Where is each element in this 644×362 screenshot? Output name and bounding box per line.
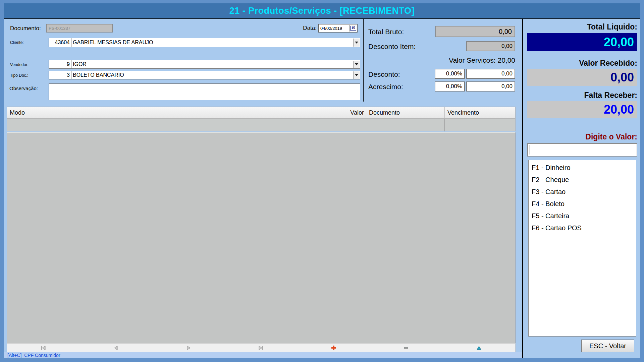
db-navigator xyxy=(7,343,516,352)
documento-label: Documento: xyxy=(10,25,41,32)
desconto-pct-value: 0,00% xyxy=(446,70,464,77)
cliente-code-field[interactable]: 43604 xyxy=(49,38,71,47)
falta-receber-value: 20,00 xyxy=(604,103,634,117)
vendedor-label: Vendedor: xyxy=(10,62,29,67)
page-title: 21 - Produtos/Serviços - [RECEBIMENTO] xyxy=(229,6,415,16)
cliente-label: Cliente: xyxy=(10,40,24,45)
list-item-f3-cartao[interactable]: F3 - Cartao xyxy=(529,186,636,198)
desconto-item-value: 0,00 xyxy=(501,43,515,50)
text-caret-icon xyxy=(530,145,530,155)
acrescimo-label: Acrescimo: xyxy=(368,83,403,91)
status-bar: [Alt+C] CPF Consumidor xyxy=(4,352,522,358)
chevron-down-icon xyxy=(355,42,358,44)
nav-first-icon xyxy=(41,346,46,350)
valor-recebido-value: 0,00 xyxy=(610,70,634,84)
tipo-doc-code-field[interactable]: 3 xyxy=(49,71,71,79)
vendedor-dropdown-button[interactable] xyxy=(353,61,360,68)
column-header-documento[interactable]: Documento xyxy=(366,107,444,118)
total-bruto-label: Total Bruto: xyxy=(368,28,404,36)
grid-empty-area xyxy=(7,132,516,343)
desconto-item-label: Desconto Item: xyxy=(368,43,416,51)
divider-totals-summary xyxy=(522,19,523,358)
desconto-item-field: 0,00 xyxy=(466,41,515,51)
desconto-valor-field[interactable]: 0,00 xyxy=(466,69,515,79)
column-header-modo[interactable]: Modo xyxy=(7,107,285,118)
nav-next-button[interactable] xyxy=(152,344,225,352)
list-item-f5-carteira[interactable]: F5 - Carteira xyxy=(529,210,636,222)
acrescimo-valor-field[interactable]: 0,00 xyxy=(466,81,515,92)
nav-first-button[interactable] xyxy=(7,344,79,352)
nav-prior-button[interactable] xyxy=(79,344,152,352)
desconto-pct-field[interactable]: 0,00% xyxy=(435,69,465,79)
cliente-code-value: 43604 xyxy=(55,40,70,46)
total-liquido-label: Total Liquido: xyxy=(527,22,637,32)
total-bruto-value: 0,00 xyxy=(499,28,515,36)
vendedor-name-value: IGOR xyxy=(73,61,87,67)
cliente-name-value: GABRIEL MESSIAS DE ARAUJO xyxy=(73,40,153,46)
list-item-f1-dinheiro[interactable]: F1 - Dinheiro xyxy=(529,162,636,174)
valor-servicos-text: Valor Serviços: 20,00 xyxy=(368,56,515,64)
observacao-label: Observação: xyxy=(9,85,38,91)
calendar-button[interactable]: 15 xyxy=(350,25,357,32)
cell-valor xyxy=(285,119,366,131)
chevron-down-icon xyxy=(355,63,358,65)
table-row[interactable] xyxy=(7,119,516,131)
desconto-label: Desconto: xyxy=(368,70,400,78)
nav-delete-button[interactable] xyxy=(370,344,442,352)
data-field[interactable]: 04/02/2019 15 xyxy=(318,24,358,33)
valor-recebido-bar: 0,00 xyxy=(527,69,637,86)
nav-last-button[interactable] xyxy=(225,344,297,352)
digite-valor-label: Digite o Valor: xyxy=(527,132,637,141)
digite-valor-input[interactable] xyxy=(527,143,637,157)
tipo-doc-dropdown-button[interactable] xyxy=(353,71,360,79)
vendedor-code-field[interactable]: 9 xyxy=(49,60,71,69)
esc-voltar-button[interactable]: ESC - Voltar xyxy=(581,340,634,352)
payment-modes-list[interactable]: F1 - Dinheiro F2 - Cheque F3 - Cartao F4… xyxy=(528,160,636,337)
total-liquido-value: 20,00 xyxy=(604,35,634,49)
acrescimo-pct-field[interactable]: 0,00% xyxy=(435,81,465,92)
list-item-f4-boleto[interactable]: F4 - Boleto xyxy=(529,198,636,210)
title-bar: 21 - Produtos/Serviços - [RECEBIMENTO] xyxy=(4,3,640,18)
list-item-f6-cartao-pos[interactable]: F6 - Cartao POS xyxy=(529,222,636,234)
cliente-dropdown-button[interactable] xyxy=(353,39,360,47)
documento-field: PS-001337 xyxy=(46,24,113,33)
valor-recebido-label: Valor Recebido: xyxy=(527,59,637,68)
total-liquido-bar: 20,00 xyxy=(527,33,637,51)
observacao-input[interactable] xyxy=(49,83,360,100)
vendedor-code-value: 9 xyxy=(67,61,70,67)
minus-icon xyxy=(404,347,409,349)
status-hint: [Alt+C] CPF Consumidor xyxy=(4,353,60,358)
nav-prior-icon xyxy=(114,346,118,350)
nav-insert-button[interactable] xyxy=(298,344,370,352)
cell-vencimento xyxy=(444,119,515,131)
column-header-vencimento[interactable]: Vencimento xyxy=(444,107,515,118)
list-item-f2-cheque[interactable]: F2 - Cheque xyxy=(529,174,636,186)
column-header-valor[interactable]: Valor xyxy=(285,107,366,118)
grid-header: Modo Valor Documento Vencimento xyxy=(7,107,516,119)
total-bruto-field: 0,00 xyxy=(435,26,515,37)
chevron-down-icon xyxy=(355,74,358,76)
recebimento-window: 21 - Produtos/Serviços - [RECEBIMENTO] D… xyxy=(0,0,644,362)
acrescimo-valor-value: 0,00 xyxy=(501,83,515,90)
falta-receber-label: Falta Receber: xyxy=(527,91,637,100)
tipo-doc-label: Tipo Doc.: xyxy=(10,73,28,78)
desconto-valor-value: 0,00 xyxy=(501,70,515,77)
tipo-doc-code-value: 3 xyxy=(67,72,70,78)
triangle-up-icon xyxy=(476,346,482,350)
plus-icon xyxy=(331,345,336,351)
data-label: Data: xyxy=(296,25,317,32)
tipo-doc-name-field[interactable]: BOLETO BANCARIO xyxy=(71,71,360,79)
nav-post-button[interactable] xyxy=(443,344,515,352)
vendedor-name-field[interactable]: IGOR xyxy=(71,60,360,69)
cliente-name-field[interactable]: GABRIEL MESSIAS DE ARAUJO xyxy=(71,38,360,47)
documento-value: PS-001337 xyxy=(47,26,70,31)
calendar-icon: 15 xyxy=(350,26,356,31)
cell-modo xyxy=(7,119,285,131)
nav-last-icon xyxy=(258,346,264,350)
main-panel: Documento: PS-001337 Data: 04/02/2019 15… xyxy=(4,19,640,358)
nav-next-icon xyxy=(186,346,191,350)
cell-documento xyxy=(366,119,444,131)
falta-receber-bar: 20,00 xyxy=(527,101,637,118)
esc-voltar-label: ESC - Voltar xyxy=(589,342,626,350)
divider-form-totals xyxy=(363,19,364,102)
